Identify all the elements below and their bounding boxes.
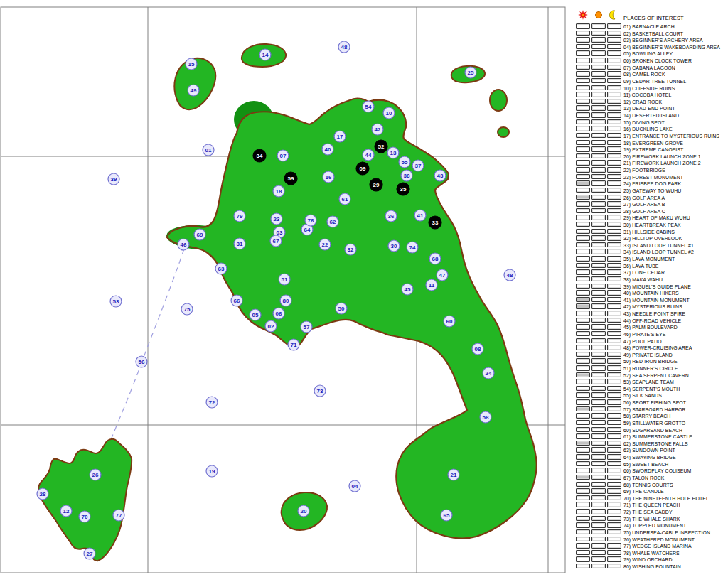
poi-checkbox-67-col2[interactable] (592, 475, 606, 480)
map-marker-13[interactable]: 13 (387, 147, 399, 158)
poi-checkbox-29-col1[interactable] (576, 215, 590, 220)
poi-checkbox-25-col1[interactable] (576, 188, 590, 193)
poi-checkbox-03-col3[interactable] (607, 37, 621, 43)
map-marker-76[interactable]: 76 (305, 215, 316, 226)
poi-checkbox-13-col2[interactable] (592, 105, 606, 111)
poi-checkbox-33-col3[interactable] (607, 242, 621, 248)
poi-checkbox-24-col2[interactable] (592, 180, 606, 186)
poi-checkbox-43-col3[interactable] (607, 311, 621, 316)
poi-checkbox-10-col2[interactable] (592, 85, 606, 91)
poi-checkbox-69-col2[interactable] (592, 488, 606, 494)
poi-checkbox-73-col3[interactable] (607, 516, 621, 522)
map-marker-62[interactable]: 62 (327, 216, 338, 227)
poi-checkbox-44-col3[interactable] (607, 318, 621, 323)
poi-checkbox-64-col3[interactable] (607, 454, 621, 460)
poi-checkbox-70-col3[interactable] (607, 495, 621, 501)
poi-checkbox-58-col2[interactable] (592, 413, 606, 419)
map-marker-08[interactable]: 08 (472, 343, 483, 355)
map-marker-80[interactable]: 80 (280, 295, 291, 306)
poi-checkbox-58-col1[interactable] (576, 413, 590, 419)
map-marker-74[interactable]: 74 (407, 242, 418, 253)
poi-checkbox-77-col1[interactable] (576, 543, 590, 549)
poi-checkbox-38-col1[interactable] (576, 276, 590, 282)
poi-checkbox-41-col1[interactable] (576, 297, 590, 303)
map-marker-61[interactable]: 61 (339, 193, 350, 205)
poi-checkbox-40-col3[interactable] (607, 290, 621, 296)
poi-checkbox-45-col1[interactable] (576, 324, 590, 330)
poi-checkbox-74-col3[interactable] (607, 522, 621, 528)
poi-checkbox-36-col2[interactable] (592, 263, 606, 269)
poi-checkbox-51-col1[interactable] (576, 365, 590, 371)
map-marker-50[interactable]: 50 (336, 303, 347, 314)
poi-checkbox-57-col1[interactable] (576, 406, 590, 412)
poi-checkbox-31-col3[interactable] (607, 229, 621, 235)
poi-checkbox-60-col1[interactable] (576, 427, 590, 433)
poi-checkbox-20-col2[interactable] (592, 153, 606, 159)
poi-checkbox-69-col3[interactable] (607, 488, 621, 494)
poi-checkbox-05-col2[interactable] (592, 50, 606, 56)
poi-checkbox-66-col2[interactable] (592, 468, 606, 473)
poi-checkbox-20-col1[interactable] (576, 153, 590, 159)
map-marker-58[interactable]: 58 (480, 411, 491, 423)
poi-checkbox-65-col3[interactable] (607, 461, 621, 467)
poi-checkbox-54-col2[interactable] (592, 386, 606, 392)
poi-checkbox-15-col1[interactable] (576, 119, 590, 125)
poi-checkbox-74-col1[interactable] (576, 522, 590, 528)
poi-checkbox-01-col1[interactable] (576, 23, 590, 29)
poi-checkbox-61-col1[interactable] (576, 433, 590, 439)
poi-checkbox-62-col2[interactable] (592, 441, 606, 446)
poi-checkbox-12-col3[interactable] (607, 99, 621, 104)
poi-checkbox-78-col2[interactable] (592, 550, 606, 556)
poi-checkbox-04-col2[interactable] (592, 44, 606, 50)
poi-checkbox-52-col3[interactable] (607, 372, 621, 378)
map-marker-46[interactable]: 46 (178, 239, 189, 250)
poi-checkbox-47-col1[interactable] (576, 338, 590, 344)
map-marker-68[interactable]: 68 (429, 253, 441, 264)
poi-checkbox-33-col1[interactable] (576, 242, 590, 248)
poi-checkbox-05-col3[interactable] (607, 50, 621, 56)
poi-checkbox-08-col3[interactable] (607, 71, 621, 77)
poi-checkbox-34-col3[interactable] (607, 249, 621, 254)
poi-checkbox-77-col2[interactable] (592, 543, 606, 549)
map-marker-47[interactable]: 47 (437, 269, 448, 281)
poi-checkbox-59-col2[interactable] (592, 420, 606, 426)
map-marker-21[interactable]: 21 (448, 469, 459, 480)
poi-checkbox-42-col2[interactable] (592, 303, 606, 309)
map-marker-16[interactable]: 16 (323, 171, 334, 183)
map-marker-06[interactable]: 06 (273, 308, 284, 319)
poi-checkbox-01-col2[interactable] (592, 23, 606, 29)
poi-checkbox-76-col3[interactable] (607, 537, 621, 542)
poi-checkbox-28-col3[interactable] (607, 208, 621, 214)
map-marker-12[interactable]: 12 (60, 505, 72, 517)
poi-checkbox-80-col1[interactable] (576, 564, 590, 569)
poi-checkbox-26-col1[interactable] (576, 195, 590, 200)
poi-checkbox-48-col3[interactable] (607, 345, 621, 350)
poi-checkbox-26-col3[interactable] (607, 195, 621, 200)
poi-checkbox-19-col3[interactable] (607, 146, 621, 152)
poi-checkbox-18-col1[interactable] (576, 140, 590, 146)
poi-checkbox-27-col1[interactable] (576, 201, 590, 207)
poi-checkbox-10-col1[interactable] (576, 85, 590, 91)
poi-checkbox-17-col1[interactable] (576, 133, 590, 139)
poi-checkbox-54-col3[interactable] (607, 386, 621, 392)
poi-checkbox-14-col3[interactable] (607, 112, 621, 118)
poi-checkbox-35-col1[interactable] (576, 256, 590, 262)
poi-checkbox-36-col1[interactable] (576, 263, 590, 269)
poi-checkbox-16-col2[interactable] (592, 126, 606, 131)
map-marker-41[interactable]: 41 (414, 210, 426, 221)
map-marker-57[interactable]: 57 (301, 321, 312, 333)
map-marker-22[interactable]: 22 (319, 239, 331, 250)
poi-checkbox-65-col2[interactable] (592, 461, 606, 467)
poi-checkbox-80-col2[interactable] (592, 564, 606, 569)
poi-checkbox-14-col1[interactable] (576, 112, 590, 118)
map-marker-79[interactable]: 79 (234, 210, 245, 222)
poi-checkbox-21-col1[interactable] (576, 160, 590, 166)
poi-checkbox-34-col2[interactable] (592, 249, 606, 254)
map-marker-18[interactable]: 18 (273, 185, 284, 197)
poi-checkbox-02-col3[interactable] (607, 31, 621, 36)
poi-checkbox-42-col3[interactable] (607, 303, 621, 309)
map-marker-48[interactable]: 48 (504, 269, 515, 281)
poi-checkbox-50-col1[interactable] (576, 358, 590, 364)
poi-checkbox-30-col3[interactable] (607, 222, 621, 227)
poi-checkbox-62-col1[interactable] (576, 441, 590, 446)
